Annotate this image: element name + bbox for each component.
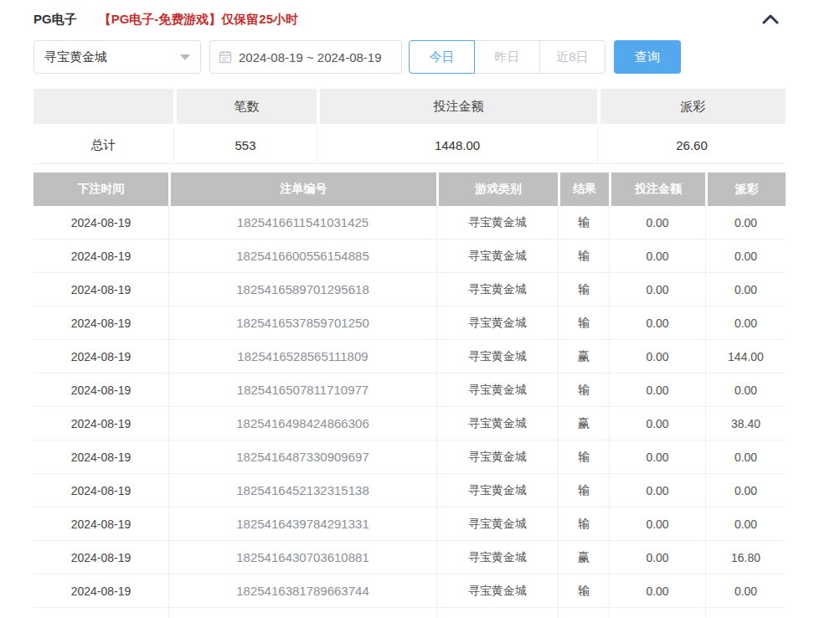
payout-cell: 0.00 [705, 273, 786, 306]
summary-header-payout: 派彩 [597, 89, 786, 126]
result-cell: 输 [558, 373, 609, 407]
bet-number-cell: 1825416381789663744 [168, 574, 436, 608]
payout-cell: 16.80 [705, 541, 786, 574]
bet-number-cell: 1825416498424866306 [168, 407, 436, 440]
last-8-days-button[interactable]: 近8日 [539, 40, 606, 74]
summary-header-count: 笔数 [173, 89, 317, 126]
summary-total-row: 总计 553 1448.00 26.60 [33, 126, 786, 164]
collapse-panel-button[interactable] [760, 13, 781, 26]
bet-records-table: 下注时间 注单编号 游戏类别 结果 投注金额 派彩 2024-08-191825… [33, 173, 786, 618]
result-cell: 输 [558, 574, 609, 608]
bet-amount-cell: 0.00 [609, 608, 705, 618]
game-category-cell: 寻宝黄金城 [436, 206, 558, 239]
bet-amount-cell: 0.00 [609, 440, 705, 474]
result-cell: 输 [558, 507, 609, 541]
table-row: 2024-08-191825416452132315138寻宝黄金城输0.000… [33, 474, 786, 507]
game-select[interactable]: 寻宝黄金城 [33, 40, 201, 74]
game-category-cell: 寻宝黄金城 [436, 440, 558, 474]
calendar-icon [219, 50, 232, 64]
filter-bar: 寻宝黄金城 2024-08-19 ~ 2024-08-19 今日 昨日 近8日 … [33, 40, 786, 74]
game-category-cell: 寻宝黄金城 [436, 608, 558, 618]
payout-cell: 0.00 [705, 474, 786, 507]
retention-notice: 【PG电子-免费游戏】仅保留25小时 [99, 12, 298, 28]
bet-time-cell: 2024-08-19 [33, 574, 168, 608]
bet-number-cell: 1825416370020446724 [168, 608, 436, 618]
bet-amount-cell: 0.00 [609, 273, 705, 306]
date-range-input[interactable]: 2024-08-19 ~ 2024-08-19 [209, 40, 402, 74]
game-category-cell: 寻宝黄金城 [436, 507, 558, 541]
bet-amount-cell: 0.00 [609, 306, 705, 340]
table-row: 2024-08-191825416528565111809寻宝黄金城赢0.001… [33, 340, 786, 373]
bet-amount-cell: 0.00 [609, 373, 705, 407]
bet-amount-cell: 0.00 [609, 507, 705, 541]
bet-time-cell: 2024-08-19 [33, 273, 168, 306]
result-cell: 赢 [558, 407, 609, 440]
table-row: 2024-08-191825416611541031425寻宝黄金城输0.000… [33, 206, 786, 239]
bet-amount-cell: 0.00 [609, 239, 705, 273]
date-shortcut-group: 今日 昨日 近8日 [409, 40, 606, 74]
bet-time-cell: 2024-08-19 [33, 440, 168, 474]
panel-header: PG电子 【PG电子-免费游戏】仅保留25小时 [33, 8, 786, 30]
game-category-cell: 寻宝黄金城 [436, 407, 558, 440]
bet-amount-cell: 0.00 [609, 407, 705, 440]
table-row: 2024-08-191825416600556154885寻宝黄金城输0.000… [33, 239, 786, 273]
payout-cell: 0.00 [705, 440, 786, 474]
result-cell: 输 [558, 474, 609, 507]
bet-number-cell: 1825416487330909697 [168, 440, 436, 474]
bet-time-cell: 2024-08-19 [33, 306, 168, 340]
summary-bet-amount-value: 1448.00 [317, 126, 597, 164]
summary-payout-value: 26.60 [597, 126, 786, 164]
payout-cell: 0.00 [705, 507, 786, 541]
result-cell: 赢 [558, 340, 609, 373]
summary-count-value: 553 [173, 126, 317, 164]
game-category-cell: 寻宝黄金城 [436, 474, 558, 507]
bet-number-cell: 1825416452132315138 [168, 474, 436, 507]
caret-down-icon [180, 54, 190, 60]
bet-time-cell: 2024-08-19 [33, 507, 168, 541]
game-category-cell: 寻宝黄金城 [436, 340, 558, 373]
game-category-cell: 寻宝黄金城 [436, 373, 558, 407]
summary-header-bet-amount: 投注金额 [317, 89, 597, 126]
table-row: 2024-08-191825416439784291331寻宝黄金城输0.000… [33, 507, 786, 541]
summary-table: 笔数 投注金额 派彩 总计 553 1448.00 26.60 [33, 89, 786, 164]
bet-number-cell: 1825416600556154885 [168, 239, 436, 273]
bet-amount-cell: 0.00 [609, 206, 705, 239]
result-cell: 输 [558, 239, 609, 273]
bet-time-cell: 2024-08-19 [33, 407, 168, 440]
table-row: 2024-08-191825416370020446724寻宝黄金城赢0.001… [33, 608, 786, 618]
result-cell: 输 [558, 273, 609, 306]
result-cell: 赢 [558, 541, 609, 574]
chevron-up-icon [762, 14, 779, 27]
payout-cell: 38.40 [705, 407, 786, 440]
bet-time-cell: 2024-08-19 [33, 373, 168, 407]
table-row: 2024-08-191825416498424866306寻宝黄金城赢0.003… [33, 407, 786, 440]
col-header-bet-number: 注单编号 [168, 173, 436, 206]
summary-header-row: 笔数 投注金额 派彩 [33, 89, 786, 126]
bet-table-header-row: 下注时间 注单编号 游戏类别 结果 投注金额 派彩 [33, 173, 786, 206]
payout-cell: 168.00 [705, 608, 786, 618]
payout-cell: 0.00 [705, 206, 786, 239]
col-header-payout: 派彩 [705, 173, 786, 206]
game-category-cell: 寻宝黄金城 [436, 273, 558, 306]
bet-time-cell: 2024-08-19 [33, 239, 168, 273]
col-header-game-category: 游戏类别 [436, 173, 558, 206]
table-row: 2024-08-191825416537859701250寻宝黄金城输0.000… [33, 306, 786, 340]
bet-number-cell: 1825416611541031425 [168, 206, 436, 239]
summary-total-label: 总计 [33, 126, 173, 164]
bet-time-cell: 2024-08-19 [33, 206, 168, 239]
bet-time-cell: 2024-08-19 [33, 541, 168, 574]
search-button[interactable]: 查询 [614, 40, 681, 74]
bet-amount-cell: 0.00 [609, 474, 705, 507]
game-category-cell: 寻宝黄金城 [436, 541, 558, 574]
pg-records-panel: PG电子 【PG电子-免费游戏】仅保留25小时 寻宝黄金城 [0, 0, 786, 618]
game-select-value: 寻宝黄金城 [44, 49, 107, 65]
table-row: 2024-08-191825416487330909697寻宝黄金城输0.000… [33, 440, 786, 474]
bet-number-cell: 1825416507811710977 [168, 373, 436, 407]
today-button[interactable]: 今日 [409, 40, 475, 74]
bet-number-cell: 1825416439784291331 [168, 507, 436, 541]
result-cell: 输 [558, 306, 609, 340]
yesterday-button[interactable]: 昨日 [474, 40, 540, 74]
payout-cell: 0.00 [705, 574, 786, 608]
bet-amount-cell: 0.00 [609, 340, 705, 373]
bet-number-cell: 1825416537859701250 [168, 306, 436, 340]
